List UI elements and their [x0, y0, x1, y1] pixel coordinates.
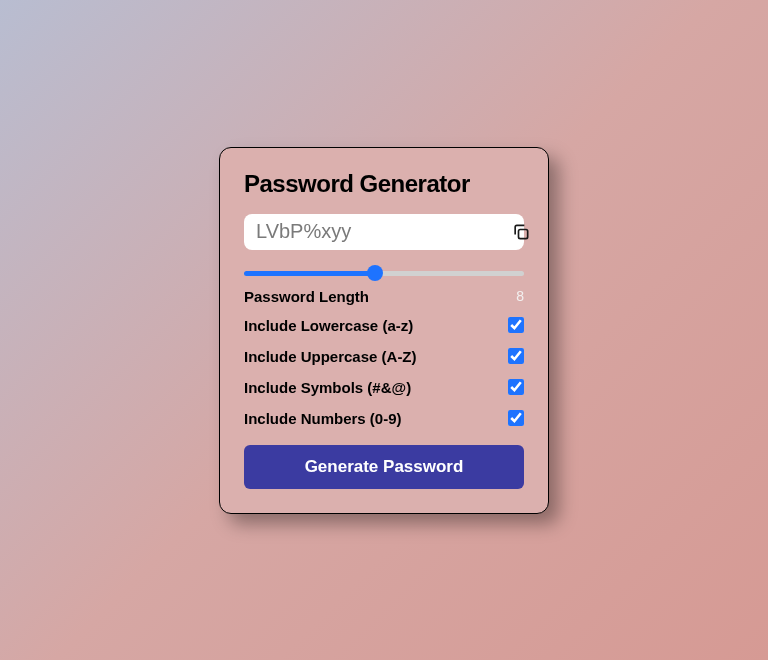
length-value: 8 — [516, 288, 524, 304]
option-symbols-label: Include Symbols (#&@) — [244, 379, 411, 396]
option-lowercase-label: Include Lowercase (a-z) — [244, 317, 413, 334]
option-numbers-label: Include Numbers (0-9) — [244, 410, 402, 427]
password-output[interactable] — [256, 220, 509, 244]
option-lowercase: Include Lowercase (a-z) — [244, 317, 524, 334]
password-generator-card: Password Generator Password Length 8 Inc… — [219, 147, 549, 514]
option-numbers: Include Numbers (0-9) — [244, 410, 524, 427]
length-slider-row — [244, 262, 524, 280]
option-symbols-checkbox[interactable] — [508, 379, 524, 395]
page-title: Password Generator — [244, 170, 524, 198]
option-lowercase-checkbox[interactable] — [508, 317, 524, 333]
copy-button[interactable] — [509, 220, 533, 244]
length-row: Password Length 8 — [244, 288, 524, 305]
generate-button[interactable]: Generate Password — [244, 445, 524, 489]
option-uppercase: Include Uppercase (A-Z) — [244, 348, 524, 365]
password-output-row — [244, 214, 524, 250]
length-label: Password Length — [244, 288, 369, 305]
length-slider[interactable] — [244, 271, 524, 276]
copy-icon — [511, 222, 531, 242]
svg-rect-0 — [519, 229, 528, 238]
option-uppercase-label: Include Uppercase (A-Z) — [244, 348, 417, 365]
option-uppercase-checkbox[interactable] — [508, 348, 524, 364]
option-numbers-checkbox[interactable] — [508, 410, 524, 426]
option-symbols: Include Symbols (#&@) — [244, 379, 524, 396]
